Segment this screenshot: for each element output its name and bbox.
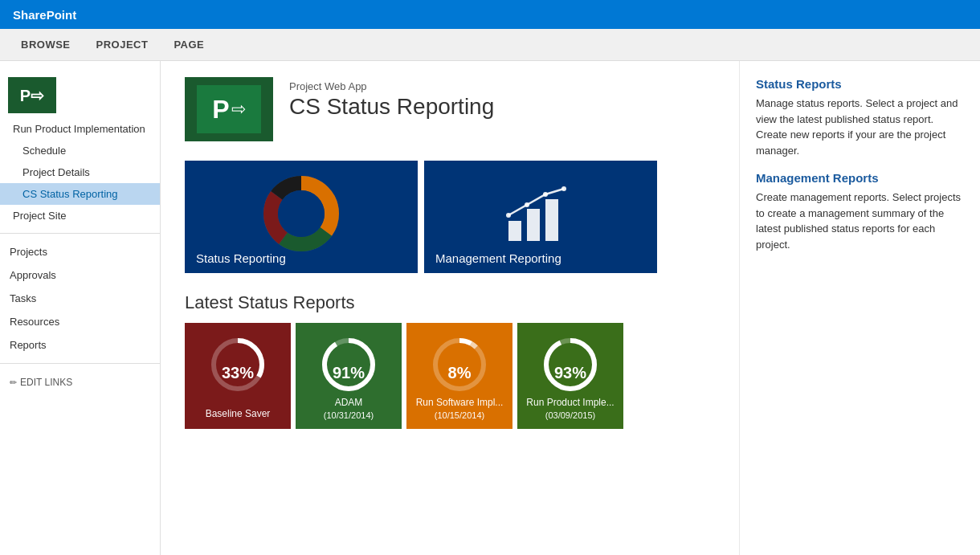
donut-chart (261, 173, 341, 254)
sidebar-item-approvals[interactable]: Approvals (0, 263, 160, 287)
topbar: SharePoint (0, 0, 980, 29)
svg-rect-7 (527, 209, 540, 241)
sidebar-item-resources[interactable]: Resources (0, 310, 160, 333)
page-logo-letter: P (212, 95, 229, 124)
sidebar-edit-links[interactable]: ✏ EDIT LINKS (0, 370, 160, 394)
status-card-1[interactable]: 91% ADAM (10/31/2014) (296, 323, 402, 429)
sidebar-item-projects[interactable]: Projects (0, 240, 160, 263)
nav-project[interactable]: PROJECT (85, 32, 160, 57)
sidebar-divider-2 (0, 363, 160, 364)
bar-chart-icon (504, 185, 577, 249)
card-percent-2: 8% (448, 364, 472, 382)
status-card-0[interactable]: 33% Baseline Saver (185, 323, 291, 429)
sidebar-item-project-site[interactable]: Project Site (0, 205, 160, 226)
page-logo-box: P ⇨ (185, 77, 273, 141)
navbar: BROWSE PROJECT PAGE (0, 29, 980, 61)
management-reporting-tile[interactable]: Management Reporting (424, 161, 657, 273)
card-percent-1: 91% (333, 364, 365, 382)
right-sidebar: Status Reports Manage status reports. Se… (739, 61, 980, 555)
card-label-1: ADAM (10/31/2014) (296, 397, 402, 421)
sidebar: P⇨ Run Product Implementation Schedule P… (0, 61, 161, 555)
page-title: CS Status Reporting (289, 94, 494, 120)
main-tiles-row: Status Reporting Management Reporting (185, 161, 715, 273)
card-percent-3: 93% (554, 364, 586, 382)
status-reporting-tile[interactable]: Status Reporting (185, 161, 418, 273)
svg-point-9 (506, 213, 511, 218)
svg-point-5 (278, 190, 325, 237)
content-area: P ⇨ Project Web App CS Status Reporting (161, 61, 739, 555)
card-label-0: Baseline Saver (185, 408, 291, 421)
status-card-2[interactable]: 8% Run Software Impl... (10/15/2014) (406, 323, 512, 429)
status-card-3[interactable]: 93% Run Product Imple... (03/09/2015) (517, 323, 623, 429)
topbar-title: SharePoint (13, 8, 76, 22)
card-percent-0: 33% (222, 364, 254, 382)
management-reporting-label: Management Reporting (435, 251, 561, 265)
status-cards-row: 33% Baseline Saver 91% ADAM (10/31/2014) (185, 323, 715, 429)
management-reports-title: Management Reports (756, 171, 964, 185)
nav-page[interactable]: PAGE (162, 32, 215, 57)
page-header: P ⇨ Project Web App CS Status Reporting (185, 77, 715, 141)
page-logo-inner: P ⇨ (197, 85, 261, 133)
sidebar-logo-p: P⇨ (20, 86, 44, 105)
card-label-3: Run Product Imple... (03/09/2015) (517, 397, 623, 421)
status-reporting-label: Status Reporting (196, 251, 286, 265)
sidebar-item-tasks[interactable]: Tasks (0, 287, 160, 310)
sidebar-logo: P⇨ (8, 77, 56, 113)
sidebar-item-run-product[interactable]: Run Product Implementation (0, 118, 160, 140)
main-wrapper: P⇨ Run Product Implementation Schedule P… (0, 61, 980, 555)
sidebar-item-cs-status-reporting[interactable]: CS Status Reporting (0, 183, 160, 205)
sidebar-item-schedule[interactable]: Schedule (0, 140, 160, 161)
svg-point-10 (525, 202, 529, 207)
svg-point-12 (561, 186, 566, 191)
page-title-area: Project Web App CS Status Reporting (289, 77, 494, 120)
svg-rect-6 (508, 221, 521, 241)
sidebar-item-project-details[interactable]: Project Details (0, 161, 160, 183)
svg-point-11 (543, 192, 548, 197)
page-subtitle: Project Web App (289, 80, 494, 92)
management-reports-text: Create management reports. Select projec… (756, 190, 964, 252)
svg-rect-8 (545, 199, 558, 241)
status-reports-title: Status Reports (756, 77, 964, 91)
pencil-icon: ✏ (10, 377, 17, 388)
sidebar-divider (0, 233, 160, 234)
status-reports-text: Manage status reports. Select a project … (756, 96, 964, 158)
latest-section-title: Latest Status Reports (185, 292, 715, 313)
card-label-2: Run Software Impl... (10/15/2014) (406, 397, 512, 421)
sidebar-item-reports[interactable]: Reports (0, 333, 160, 357)
page-logo-arrow: ⇨ (231, 99, 246, 120)
nav-browse[interactable]: BROWSE (10, 32, 82, 57)
